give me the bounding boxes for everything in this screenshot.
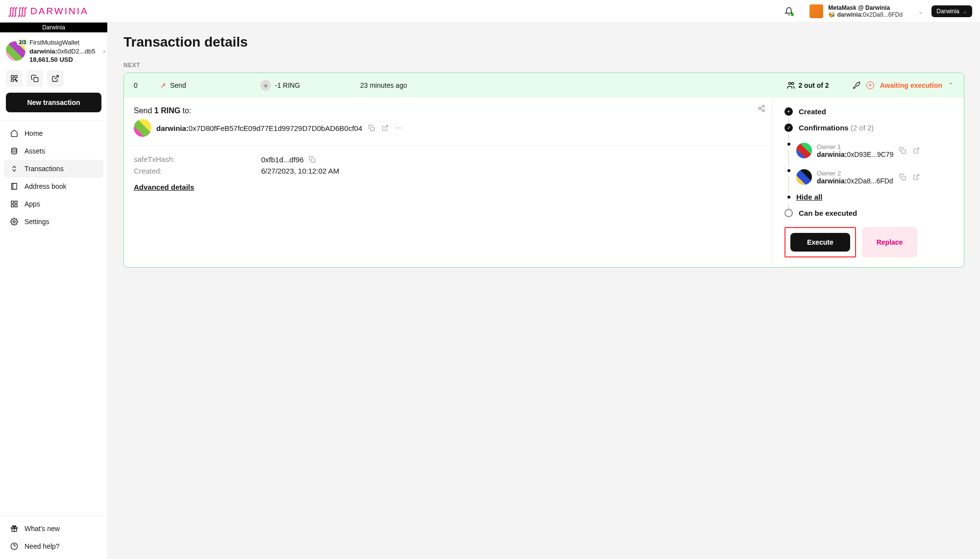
svg-line-31: [916, 148, 919, 151]
sidebar-item-settings[interactable]: Settings: [4, 213, 103, 230]
safe-avatar: 2/3: [6, 41, 25, 61]
svg-line-33: [915, 175, 918, 178]
svg-rect-5: [34, 77, 38, 82]
notifications-bell[interactable]: [784, 7, 793, 16]
sig-count-label: 2 out of 2: [798, 81, 829, 89]
hash-value: 0xfb1d...df96: [261, 155, 304, 164]
sidebar-item-label: Settings: [24, 218, 49, 226]
more-icon[interactable]: ⋯: [394, 123, 403, 133]
network-selector[interactable]: Darwinia ⌄: [931, 5, 972, 17]
network-label: Darwinia: [936, 8, 959, 15]
external-link-icon[interactable]: [912, 146, 921, 155]
sidebar-item-label: Assets: [24, 147, 45, 155]
new-transaction-button[interactable]: New transaction: [6, 93, 101, 112]
notification-dot: [791, 13, 794, 16]
apps-icon: [10, 200, 19, 208]
svg-rect-0: [11, 76, 14, 78]
copy-icon: [31, 75, 39, 82]
svg-rect-32: [902, 176, 906, 180]
replace-button[interactable]: Replace: [862, 227, 918, 257]
share-icon[interactable]: [758, 104, 765, 112]
book-icon: [10, 182, 19, 190]
qr-button[interactable]: [6, 70, 23, 87]
owner1-avatar: [796, 143, 812, 158]
created-label: Created:: [134, 167, 261, 175]
recipient-address: darwinia:0x7D80fFeB57fcE09d77E1d99729D7D…: [156, 124, 362, 132]
step-confirmations-icon: ✓: [784, 124, 793, 132]
hide-all-link[interactable]: Hide all: [796, 193, 822, 201]
sidebar-item-address-book[interactable]: Address book: [4, 178, 103, 195]
svg-line-28: [385, 126, 388, 128]
sidebar-item-label: Need help?: [24, 542, 60, 550]
safe-wallet-card[interactable]: 2/3 FirstMutisigWallet darwinia:0x6dD2..…: [0, 32, 107, 70]
safe-balance: 18,661.50 USD: [29, 55, 95, 64]
step-execute-label: Can be executed: [799, 209, 857, 217]
svg-rect-27: [371, 127, 375, 131]
svg-rect-13: [15, 204, 17, 207]
sidebar-item-need-help[interactable]: Need help?: [4, 537, 103, 555]
owner1-address: darwinia:0xD93E...9C79: [817, 151, 893, 158]
svg-point-7: [12, 148, 17, 150]
copy-icon[interactable]: [898, 146, 907, 155]
tx-amount-label: -1 RING: [275, 81, 300, 89]
copy-icon[interactable]: [898, 173, 907, 181]
cancel-icon[interactable]: ✕: [866, 81, 874, 89]
step-confirmations-label: Confirmations: [799, 124, 849, 132]
sidebar-item-whats-new[interactable]: What's new: [4, 520, 103, 537]
help-icon: [10, 542, 19, 550]
svg-rect-29: [311, 158, 315, 162]
svg-line-25: [760, 109, 763, 110]
brand-logo[interactable]: ∭∭ DARWINIA: [8, 5, 89, 17]
connected-wallet[interactable]: MetaMask @ Darwinia 🐝 darwinia:0x2Da8...…: [801, 4, 924, 18]
external-link-button[interactable]: [47, 70, 64, 87]
advanced-details-link[interactable]: Advanced details: [134, 183, 194, 191]
bullet: [787, 196, 790, 199]
step-execute-icon: [784, 209, 793, 217]
sidebar-item-assets[interactable]: Assets: [4, 142, 103, 160]
sidebar-item-home[interactable]: Home: [4, 125, 103, 142]
svg-point-22: [762, 105, 764, 107]
tx-type-label: Send: [170, 81, 186, 89]
sidebar-item-label: Address book: [24, 182, 67, 190]
safe-address: darwinia:0x6dD2...db5: [29, 47, 95, 56]
svg-point-24: [762, 110, 764, 112]
chevron-right-icon: ›: [103, 47, 105, 55]
sidebar-item-label: Home: [24, 129, 43, 137]
execute-highlight-box: Execute: [784, 227, 856, 257]
external-link-icon: [51, 75, 59, 82]
copy-icon[interactable]: [367, 124, 376, 132]
sidebar-item-transactions[interactable]: Transactions: [4, 160, 103, 178]
gift-icon: [10, 525, 19, 533]
transaction-card: 0 ↗ Send ◈ -1 RING 23 minutes ago 2 out …: [123, 73, 964, 268]
owner2-label: Owner 2: [817, 170, 893, 177]
copy-icon[interactable]: [308, 155, 317, 164]
tx-nonce: 0: [134, 81, 148, 89]
svg-rect-11: [15, 201, 17, 203]
sidebar-item-label: What's new: [24, 525, 60, 533]
transactions-icon: [10, 165, 19, 173]
svg-rect-2: [11, 79, 14, 81]
svg-rect-30: [902, 150, 906, 153]
owner1-label: Owner 1: [817, 143, 893, 151]
token-icon: ◈: [260, 80, 271, 91]
qr-icon: [10, 75, 18, 82]
svg-rect-4: [16, 80, 17, 81]
signers-icon: [786, 81, 795, 90]
sidebar-item-apps[interactable]: Apps: [4, 195, 103, 213]
owner-bullet: [787, 143, 790, 146]
hash-label: safeTxHash:: [134, 155, 261, 164]
owner-bullet: [787, 169, 790, 172]
external-link-icon[interactable]: [912, 173, 921, 181]
execute-button[interactable]: Execute: [790, 233, 850, 252]
sidebar-item-label: Transactions: [24, 165, 64, 173]
external-link-icon[interactable]: [381, 124, 390, 132]
copy-button[interactable]: [26, 70, 43, 87]
tx-summary-row[interactable]: 0 ↗ Send ◈ -1 RING 23 minutes ago 2 out …: [124, 73, 964, 98]
wallet-address-label: 🐝 darwinia:0x2Da8...6FDd: [828, 11, 903, 18]
step-created-label: Created: [799, 107, 826, 116]
wallet-provider-label: MetaMask @ Darwinia: [828, 4, 903, 11]
svg-rect-3: [15, 79, 16, 80]
svg-point-14: [13, 221, 15, 223]
svg-rect-8: [12, 183, 17, 189]
section-label: NEXT: [123, 62, 964, 69]
